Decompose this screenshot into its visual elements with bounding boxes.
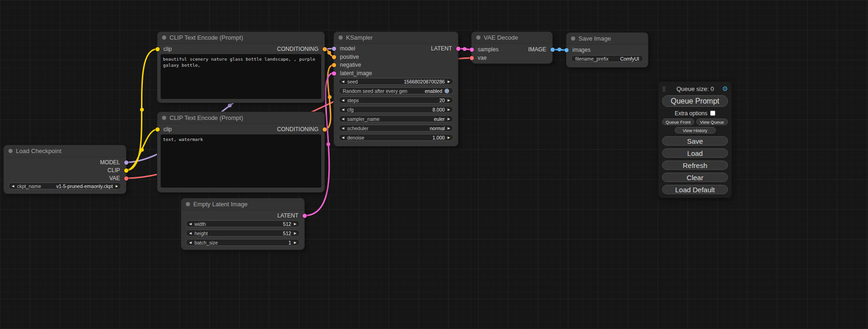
cfg-widget[interactable]: ◀ cfg 8.000 ▶ [339, 106, 453, 113]
node-title-bar[interactable]: Empty Latent Image [181, 198, 304, 210]
wire-midpoint-dot [328, 95, 332, 99]
clip-input-port[interactable] [155, 47, 160, 51]
increment-arrow-icon[interactable]: ▶ [294, 231, 296, 235]
load-default-button[interactable]: Load Default [662, 185, 728, 194]
node-load-checkpoint[interactable]: Load Checkpoint MODEL CLIP VAE ◀ ckpt_na… [4, 145, 126, 194]
increment-arrow-icon[interactable]: ▶ [448, 80, 450, 83]
height-widget[interactable]: ◀ height 512 ▶ [186, 230, 300, 237]
latent-output-port[interactable] [456, 47, 460, 51]
extra-options-checkbox[interactable] [710, 111, 715, 116]
node-title-bar[interactable]: KSampler [334, 32, 458, 44]
widget-label: denoise [347, 135, 364, 140]
prompt-textarea[interactable]: beautiful scenery nature glass bottle la… [161, 54, 321, 99]
node-title-bar[interactable]: VAE Decode [472, 32, 552, 44]
node-title: Save Image [579, 35, 611, 42]
node-title-bar[interactable]: CLIP Text Encode (Prompt) [157, 112, 325, 124]
increment-arrow-icon[interactable]: ▶ [448, 136, 450, 139]
positive-input-port[interactable] [332, 55, 336, 59]
samples-input-port[interactable] [470, 48, 474, 52]
vae-input-port[interactable] [470, 56, 474, 60]
collapse-dot-icon[interactable] [162, 35, 166, 40]
negative-input-port[interactable] [332, 63, 336, 67]
queue-front-button[interactable]: Queue Front [662, 119, 694, 125]
collapse-dot-icon[interactable] [571, 36, 575, 41]
node-save-image[interactable]: Save Image images filename_prefix ComfyU… [566, 33, 648, 67]
queue-prompt-button[interactable]: Queue Prompt [662, 95, 728, 107]
collapse-dot-icon[interactable] [339, 35, 343, 40]
node-empty-latent-image[interactable]: Empty Latent Image LATENT ◀ width 512 ▶ … [181, 198, 304, 250]
scheduler-widget[interactable]: ◀ scheduler normal ▶ [339, 125, 453, 132]
widget-label: cfg [347, 107, 353, 112]
widget-label: scheduler [347, 126, 368, 131]
slot-label: samples [478, 46, 499, 53]
latent-image-input-port[interactable] [332, 71, 336, 76]
collapse-dot-icon[interactable] [186, 202, 190, 206]
collapse-dot-icon[interactable] [162, 116, 166, 120]
slot-label: CONDITIONING [277, 126, 318, 133]
node-clip-text-encode-positive[interactable]: CLIP Text Encode (Prompt) clip CONDITION… [157, 32, 325, 103]
latent-output-port[interactable] [303, 214, 307, 218]
filename-prefix-widget[interactable]: filename_prefix ComfyUI [571, 55, 643, 62]
increment-arrow-icon[interactable]: ▶ [448, 108, 450, 111]
increment-arrow-icon[interactable]: ▶ [448, 117, 450, 120]
node-ksampler[interactable]: KSampler model LATENT positive negative … [334, 32, 458, 146]
view-queue-button[interactable]: View Queue [696, 119, 728, 125]
save-button[interactable]: Save [662, 136, 728, 146]
slot-label: images [572, 47, 591, 53]
decrement-arrow-icon[interactable]: ◀ [189, 231, 191, 235]
increment-arrow-icon[interactable]: ▶ [294, 241, 296, 244]
decrement-arrow-icon[interactable]: ◀ [12, 184, 14, 188]
denoise-widget[interactable]: ◀ denoise 1.000 ▶ [339, 134, 453, 141]
decrement-arrow-icon[interactable]: ◀ [342, 136, 344, 139]
ckpt-name-widget[interactable]: ◀ ckpt_name v1-5-pruned-emaonly.ckpt ▶ [8, 182, 121, 189]
collapse-dot-icon[interactable] [476, 35, 480, 40]
widget-value: 20 [362, 98, 445, 103]
decrement-arrow-icon[interactable]: ◀ [342, 126, 344, 130]
drag-handle-icon[interactable]: ⣿ [662, 86, 666, 92]
node-title-bar[interactable]: Save Image [566, 33, 648, 45]
collapse-dot-icon[interactable] [8, 149, 13, 153]
input-slot-latent-image: latent_image [334, 70, 458, 77]
clear-button[interactable]: Clear [662, 173, 728, 182]
increment-arrow-icon[interactable]: ▶ [116, 184, 118, 188]
view-history-button[interactable]: View History [675, 127, 716, 133]
model-input-port[interactable] [332, 47, 336, 51]
widget-value: enabled [410, 88, 442, 94]
decrement-arrow-icon[interactable]: ◀ [342, 98, 344, 102]
decrement-arrow-icon[interactable]: ◀ [342, 117, 344, 120]
steps-widget[interactable]: ◀ steps 20 ▶ [339, 97, 453, 104]
width-widget[interactable]: ◀ width 512 ▶ [186, 220, 300, 227]
node-vae-decode[interactable]: VAE Decode samples IMAGE vae [472, 32, 552, 63]
widget-label: filename_prefix [575, 56, 608, 62]
widget-label: sampler_name [347, 116, 379, 122]
decrement-arrow-icon[interactable]: ◀ [189, 241, 191, 244]
input-slot-images: images [566, 46, 648, 54]
sampler-name-widget[interactable]: ◀ sampler_name euler ▶ [339, 115, 453, 122]
node-clip-text-encode-negative[interactable]: CLIP Text Encode (Prompt) clip CONDITION… [157, 112, 325, 192]
decrement-arrow-icon[interactable]: ◀ [189, 222, 191, 225]
vae-output-port[interactable] [124, 176, 128, 181]
model-output-port[interactable] [124, 161, 128, 165]
batch-size-widget[interactable]: ◀ batch_size 1 ▶ [186, 239, 300, 246]
node-title-bar[interactable]: CLIP Text Encode (Prompt) [157, 32, 325, 44]
images-input-port[interactable] [565, 48, 569, 52]
increment-arrow-icon[interactable]: ▶ [448, 126, 450, 130]
random-seed-toggle-widget[interactable]: Random seed after every gen enabled [339, 87, 453, 94]
increment-arrow-icon[interactable]: ▶ [448, 98, 450, 102]
toggle-knob-icon[interactable] [445, 89, 449, 93]
node-title-bar[interactable]: Load Checkpoint [4, 145, 126, 157]
load-button[interactable]: Load [662, 148, 728, 158]
decrement-arrow-icon[interactable]: ◀ [342, 108, 344, 111]
increment-arrow-icon[interactable]: ▶ [294, 222, 296, 225]
clip-output-port[interactable] [124, 168, 128, 173]
decrement-arrow-icon[interactable]: ◀ [342, 80, 344, 83]
image-output-port[interactable] [550, 48, 555, 52]
conditioning-output-port[interactable] [323, 47, 327, 51]
seed-widget[interactable]: ◀ seed 156680208700286 ▶ [339, 78, 453, 85]
prompt-textarea[interactable]: text, watermark [161, 134, 321, 188]
clip-input-port[interactable] [155, 127, 160, 132]
settings-gear-icon[interactable]: ⚙ [722, 85, 728, 92]
slot-label: vae [478, 55, 487, 61]
conditioning-output-port[interactable] [323, 127, 327, 132]
refresh-button[interactable]: Refresh [662, 161, 728, 170]
